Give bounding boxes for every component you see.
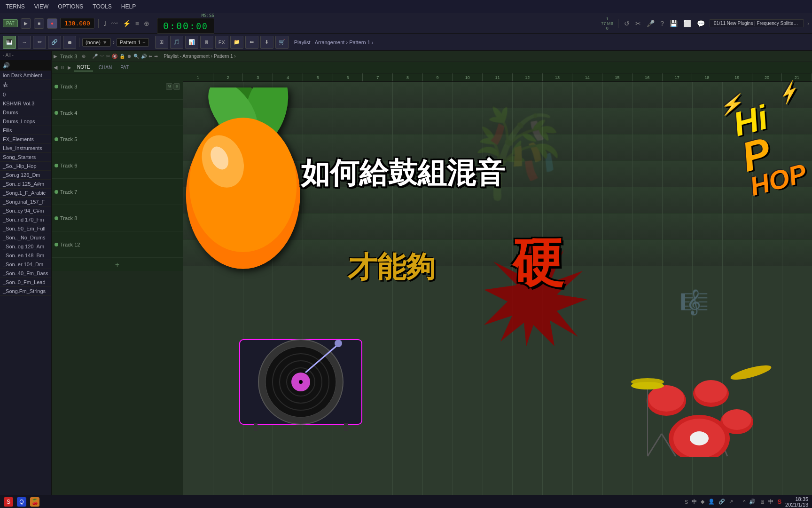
- tab-pat[interactable]: PAT: [117, 64, 132, 71]
- sidebar-item-biao[interactable]: 表: [0, 80, 51, 90]
- tab-note[interactable]: NOTE: [74, 64, 93, 71]
- sidebar-item-song-90[interactable]: _Son..90_Em_Full: [0, 224, 51, 233]
- add-track-button[interactable]: +: [52, 258, 183, 271]
- sidebar-item-drums[interactable]: Drums: [0, 108, 51, 117]
- track-lane-6[interactable]: [183, 161, 812, 187]
- fx-btn[interactable]: FX: [215, 36, 228, 49]
- sidebar-item-song-148[interactable]: _Son..en 148_Bm: [0, 251, 51, 260]
- mixer2-btn[interactable]: 🎚: [200, 36, 213, 49]
- left-arrow-icon[interactable]: ⬅: [148, 54, 152, 59]
- menu-help[interactable]: HELP: [119, 2, 138, 11]
- sidebar-item-song-bass[interactable]: _Son..40_Fm_Bass: [0, 269, 51, 278]
- play-button[interactable]: ▶: [21, 18, 31, 29]
- stop-button[interactable]: ■: [34, 18, 44, 29]
- mute-btn[interactable]: ⏺: [63, 36, 76, 49]
- download-btn[interactable]: ⬇: [260, 36, 273, 49]
- cut-icon[interactable]: ✂: [106, 54, 110, 59]
- quicktime-icon[interactable]: Q: [17, 497, 26, 507]
- draw-btn[interactable]: ✏: [33, 36, 46, 49]
- sidebar-item-song-nodrums[interactable]: _Son.._No_Drums: [0, 233, 51, 242]
- mic-icon[interactable]: 🎤: [646, 19, 656, 28]
- settings-icon[interactable]: ✂: [634, 19, 642, 28]
- snap-btn[interactable]: ⬅: [245, 36, 258, 49]
- sidebar-item-hip-hop[interactable]: _So._Hip_Hop: [0, 162, 51, 171]
- nav-left-btn[interactable]: ◀: [54, 64, 57, 71]
- help-icon[interactable]: ?: [659, 19, 665, 28]
- sidebar-item-kshmr[interactable]: KSHMR Vol.3: [0, 99, 51, 108]
- arrow-btn[interactable]: →: [18, 36, 31, 49]
- record-button[interactable]: ●: [47, 18, 57, 29]
- menu-options[interactable]: OPTIONS: [56, 2, 85, 11]
- plugin-icon[interactable]: ⚡: [122, 19, 132, 28]
- pat-button[interactable]: PAT: [3, 19, 18, 27]
- pattern-none-selector[interactable]: (none) ▼: [82, 38, 111, 47]
- sidebar-item-fills[interactable]: Fills: [0, 126, 51, 135]
- track-grid-area[interactable]: 1 2 3 4 5 6 7 8 9 10 11 12 13 14 15 16 1: [183, 73, 812, 495]
- tempo-display[interactable]: 130.000: [60, 18, 94, 29]
- zoom-icon[interactable]: 🔍: [133, 54, 139, 59]
- nav-right-btn[interactable]: ▶: [68, 65, 71, 70]
- piano-btn[interactable]: 🎵: [170, 36, 183, 49]
- sidebar-item-song-starters[interactable]: Song_Starters: [0, 153, 51, 162]
- save-icon[interactable]: 💾: [669, 19, 679, 28]
- link-btn[interactable]: 🔗: [48, 36, 61, 49]
- sidebar-item-zero[interactable]: 0: [0, 90, 51, 99]
- browser-btn[interactable]: 📁: [230, 36, 243, 49]
- lock-icon[interactable]: 🔒: [119, 54, 125, 59]
- menu-view[interactable]: VIEW: [32, 2, 51, 11]
- shop-btn[interactable]: 🛒: [275, 36, 289, 49]
- sidebar-item-fx[interactable]: FX_Elements: [0, 135, 51, 144]
- track-lane-3[interactable]: [183, 82, 812, 108]
- ruler-mark-3: 3: [243, 73, 273, 81]
- playlist-label: Playlist - Arrangement › Pattern 1 ›: [164, 54, 235, 59]
- sidebar-item-song-120[interactable]: _Son..og 120_Am: [0, 242, 51, 251]
- mic-icon-2[interactable]: 🎤: [92, 54, 98, 59]
- sidebar-item-dark-ambient[interactable]: ion Dark Ambient: [0, 71, 51, 80]
- track-controls-3: M S: [166, 83, 180, 90]
- piano-roll-btn[interactable]: 🎹: [3, 36, 16, 49]
- speaker-icon-2[interactable]: 🔊: [141, 54, 147, 59]
- track-dot-3: [55, 85, 58, 88]
- pattern-name-selector[interactable]: Pattern 1 +: [117, 38, 149, 47]
- speaker-icon[interactable]: 🔊: [3, 62, 10, 69]
- menu-terns[interactable]: TERNS: [4, 2, 27, 11]
- sidebar-item-live-instruments[interactable]: Live_Instruments: [0, 144, 51, 153]
- fl-taskbar-icon[interactable]: 🍒: [30, 497, 39, 507]
- wave-icon[interactable]: 〰: [110, 19, 119, 28]
- mixer-icon[interactable]: ≡: [134, 19, 140, 28]
- fruity-icon[interactable]: S: [4, 497, 13, 507]
- time-display: 0:00:00: [157, 18, 214, 34]
- pause-icon[interactable]: ⏸: [60, 65, 65, 70]
- sidebar-item-song-lead[interactable]: _Son..0_Fm_Lead: [0, 278, 51, 287]
- wave-icon-2[interactable]: 〰: [100, 54, 104, 59]
- track-lane-7[interactable]: [183, 187, 812, 214]
- sidebar-item-song-94[interactable]: _Son..cy 94_C#m: [0, 206, 51, 215]
- track-lane-4[interactable]: [183, 108, 812, 135]
- channel-btn[interactable]: 📊: [185, 36, 198, 49]
- track-lane-8[interactable]: [183, 214, 812, 240]
- sidebar-item-song-strings[interactable]: _Song.Fm_Strings: [0, 287, 51, 296]
- sidebar-item-song-104[interactable]: _Son..er 104_Dm: [0, 260, 51, 269]
- record-icon-2[interactable]: ⏺: [127, 54, 132, 59]
- menu-tools[interactable]: TOOLS: [91, 2, 113, 11]
- sidebar-item-song-125[interactable]: _Son..d 125_A#m: [0, 180, 51, 189]
- tab-chan[interactable]: CHAN: [96, 64, 115, 71]
- sidebar-item-song-170[interactable]: _Son..nd 170_Fm: [0, 215, 51, 224]
- metronome-icon[interactable]: ♩: [102, 19, 108, 28]
- track-lane-12[interactable]: [183, 240, 812, 266]
- sidebar-item-drums-loops[interactable]: Drums_Loops: [0, 117, 51, 126]
- track-lane-5[interactable]: [183, 135, 812, 161]
- track-solo-3[interactable]: S: [173, 83, 180, 90]
- export-icon[interactable]: ⬜: [682, 19, 692, 28]
- refresh-icon[interactable]: ↺: [623, 19, 631, 28]
- track-mute-3[interactable]: M: [166, 83, 172, 90]
- chat-icon[interactable]: 💬: [696, 19, 706, 28]
- sidebar-item-song-arabic[interactable]: _Song.1_F_Arabic: [0, 189, 51, 198]
- plus-icon[interactable]: ⊕: [143, 19, 150, 28]
- sidebar-item-song-126[interactable]: _Son.g 126_Dm: [0, 171, 51, 180]
- mute-icon[interactable]: 🔇: [112, 54, 117, 59]
- nav-play-btn[interactable]: ▶: [54, 54, 57, 59]
- right-arrow-icon[interactable]: ➡: [154, 54, 158, 59]
- sidebar-item-song-157[interactable]: _Song.inal_157_F: [0, 198, 51, 206]
- playlist-btn[interactable]: ⊞: [155, 36, 168, 49]
